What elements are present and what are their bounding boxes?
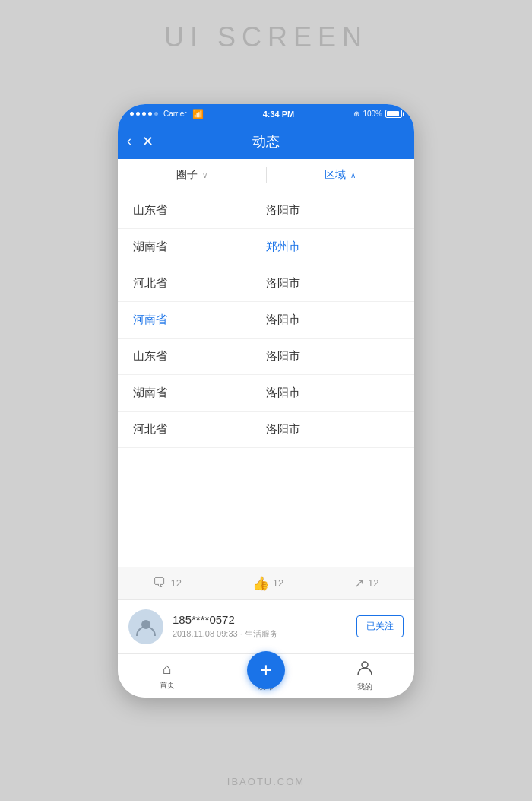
home-label: 首页: [160, 680, 175, 691]
comment-icon: 🗨: [153, 575, 166, 591]
share-icon: ↗: [354, 576, 364, 590]
list-city-6: 洛阳市: [266, 422, 399, 437]
like-count: 12: [273, 577, 283, 589]
like-action[interactable]: 👍 12: [252, 575, 283, 592]
list-city-2: 洛阳市: [266, 276, 399, 291]
list-city-1: 郑州市: [266, 240, 399, 254]
list-city-0: 洛阳市: [266, 203, 399, 218]
nav-title: 动态: [252, 132, 280, 151]
list-item[interactable]: 湖南省郑州市: [118, 229, 414, 265]
list-item[interactable]: 河南省洛阳市: [118, 302, 414, 339]
home-icon: ⌂: [163, 660, 172, 678]
svg-point-1: [362, 662, 368, 668]
publish-icon: +: [260, 660, 272, 681]
share-action[interactable]: ↗ 12: [354, 576, 378, 590]
list-item[interactable]: 湖南省洛阳市: [118, 375, 414, 412]
user-bar: 185****0572 2018.11.08 09:33 · 生活服务 已关注: [118, 600, 414, 653]
filter-circle-arrow: ∨: [202, 171, 207, 180]
tab-bar: ⌂ 首页 + 发布 我的: [118, 653, 414, 698]
list-item[interactable]: 山东省洛阳市: [118, 339, 414, 375]
list-province-4: 山东省: [133, 349, 266, 364]
signal-dot-1: [130, 112, 134, 116]
list-city-4: 洛阳市: [266, 349, 399, 364]
filter-circle[interactable]: 圈子 ∨: [118, 168, 266, 182]
user-meta: 2018.11.08 09:33 · 生活服务: [173, 628, 347, 640]
nav-bar: ‹ ✕ 动态: [118, 124, 414, 159]
back-button[interactable]: ‹: [127, 133, 131, 149]
bg-title: UI SCREEN: [164, 21, 368, 53]
list-item[interactable]: 山东省洛阳市: [118, 192, 414, 229]
comment-action[interactable]: 🗨 12: [153, 575, 181, 591]
network-icon: ⊕: [353, 110, 359, 118]
nav-left: ‹ ✕: [127, 133, 154, 150]
list-province-1: 湖南省: [133, 240, 266, 254]
filter-region-label: 区域: [325, 168, 346, 182]
filter-row: 圈子 ∨ 区域 ∧: [118, 159, 414, 192]
tab-my[interactable]: 我的: [315, 659, 414, 692]
list-city-3: 洛阳市: [266, 313, 399, 327]
status-bar: Carrier 📶 4:34 PM ⊕ 100%: [118, 104, 414, 124]
list-province-0: 山东省: [133, 203, 266, 218]
signal-dot-4: [148, 112, 152, 116]
action-bar: 🗨 12 👍 12 ↗ 12: [118, 567, 414, 600]
publish-button[interactable]: +: [247, 651, 285, 689]
comment-count: 12: [170, 577, 181, 589]
share-count: 12: [368, 577, 378, 589]
list-province-3: 河南省: [133, 313, 266, 327]
filter-region[interactable]: 区域 ∧: [267, 168, 415, 182]
status-right: ⊕ 100%: [353, 110, 402, 118]
my-label: 我的: [357, 682, 372, 692]
avatar: [128, 609, 163, 644]
list-province-6: 河北省: [133, 422, 266, 437]
wifi-icon: 📶: [192, 109, 204, 119]
carrier-label: Carrier: [163, 110, 187, 118]
battery-percent: 100%: [363, 110, 382, 118]
bottom-label: IBAOTU.COM: [227, 776, 305, 787]
filter-region-arrow: ∧: [350, 171, 356, 180]
list-area: 山东省洛阳市湖南省郑州市河北省洛阳市河南省洛阳市山东省洛阳市湖南省洛阳市河北省洛…: [118, 192, 414, 567]
tab-publish[interactable]: + 发布: [217, 659, 315, 692]
my-icon: [356, 659, 373, 679]
battery-fill: [387, 111, 399, 116]
user-info: 185****0572 2018.11.08 09:33 · 生活服务: [173, 613, 347, 640]
phone-frame: Carrier 📶 4:34 PM ⊕ 100% ‹ ✕ 动态 圈子 ∨ 区域 …: [118, 104, 414, 698]
battery-icon: [385, 110, 402, 118]
status-time: 4:34 PM: [263, 110, 295, 119]
list-province-2: 河北省: [133, 276, 266, 291]
filter-circle-label: 圈子: [176, 168, 198, 182]
signal-dot-3: [142, 112, 146, 116]
signal-dot-2: [136, 112, 140, 116]
list-item[interactable]: 河北省洛阳市: [118, 265, 414, 302]
close-button[interactable]: ✕: [142, 133, 154, 150]
status-left: Carrier 📶: [130, 109, 204, 119]
list-province-5: 湖南省: [133, 386, 266, 400]
tab-home[interactable]: ⌂ 首页: [118, 660, 217, 691]
list-city-5: 洛阳市: [266, 386, 399, 400]
user-name: 185****0572: [173, 613, 347, 626]
like-icon: 👍: [252, 575, 269, 592]
list-item[interactable]: 河北省洛阳市: [118, 412, 414, 448]
follow-button[interactable]: 已关注: [356, 615, 404, 637]
